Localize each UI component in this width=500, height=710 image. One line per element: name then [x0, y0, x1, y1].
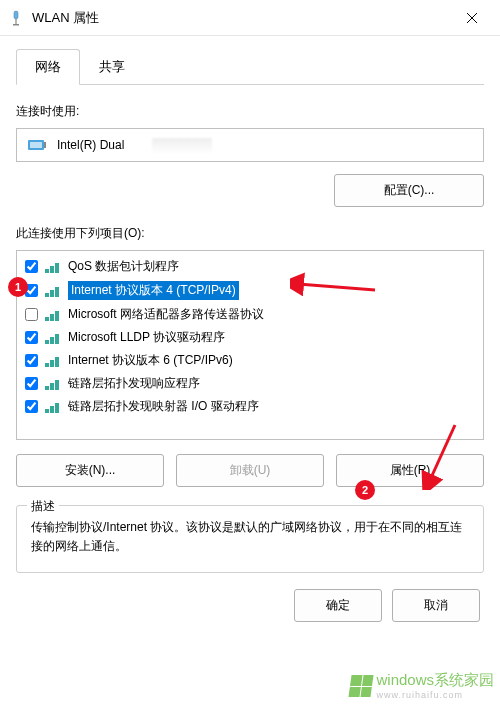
- watermark: windows系统家园 www.ruihaifu.com: [350, 671, 494, 700]
- adapter-name: Intel(R) Dual: [57, 138, 124, 152]
- svg-rect-13: [55, 287, 59, 297]
- dialog-content: 网络 共享 连接时使用: Intel(R) Dual 配置(C)... 此连接使…: [0, 36, 500, 634]
- install-button[interactable]: 安装(N)...: [16, 454, 164, 487]
- item-label: Internet 协议版本 4 (TCP/IPv4): [68, 281, 239, 300]
- uninstall-button: 卸载(U): [176, 454, 324, 487]
- svg-rect-7: [44, 142, 46, 148]
- list-item[interactable]: QoS 数据包计划程序: [17, 255, 483, 278]
- tab-network[interactable]: 网络: [16, 49, 80, 85]
- close-button[interactable]: [452, 3, 492, 33]
- item-checkbox[interactable]: [25, 331, 38, 344]
- protocol-icon: [45, 377, 61, 390]
- item-checkbox[interactable]: [25, 354, 38, 367]
- item-label: 链路层拓扑发现映射器 I/O 驱动程序: [68, 398, 259, 415]
- svg-rect-18: [50, 337, 54, 344]
- protocol-icon: [45, 331, 61, 344]
- item-checkbox[interactable]: [25, 377, 38, 390]
- svg-rect-10: [55, 263, 59, 273]
- svg-rect-11: [45, 293, 49, 297]
- svg-rect-24: [50, 383, 54, 390]
- wlan-icon: [8, 10, 24, 26]
- svg-rect-8: [45, 269, 49, 273]
- svg-rect-9: [50, 266, 54, 273]
- list-item[interactable]: 链路层拓扑发现响应程序: [17, 372, 483, 395]
- annotation-badge-2: 2: [355, 480, 375, 500]
- tab-sharing[interactable]: 共享: [80, 49, 144, 85]
- protocol-icon: [45, 260, 61, 273]
- svg-rect-17: [45, 340, 49, 344]
- watermark-sub: www.ruihaifu.com: [376, 690, 494, 700]
- list-item[interactable]: 链路层拓扑发现映射器 I/O 驱动程序: [17, 395, 483, 418]
- protocol-icon: [45, 354, 61, 367]
- item-label: Microsoft 网络适配器多路传送器协议: [68, 306, 264, 323]
- item-label: QoS 数据包计划程序: [68, 258, 179, 275]
- windows-logo-icon: [349, 675, 374, 697]
- svg-rect-23: [45, 386, 49, 390]
- item-checkbox[interactable]: [25, 308, 38, 321]
- description-box: 描述 传输控制协议/Internet 协议。该协议是默认的广域网络协议，用于在不…: [16, 505, 484, 573]
- description-legend: 描述: [27, 498, 59, 515]
- item-checkbox[interactable]: [25, 260, 38, 273]
- tab-bar: 网络 共享: [16, 48, 484, 85]
- svg-rect-26: [45, 409, 49, 413]
- protocol-icon: [45, 308, 61, 321]
- window-title: WLAN 属性: [32, 9, 452, 27]
- annotation-badge-1: 1: [8, 277, 28, 297]
- list-item[interactable]: Microsoft 网络适配器多路传送器协议: [17, 303, 483, 326]
- items-list[interactable]: QoS 数据包计划程序 Internet 协议版本 4 (TCP/IPv4) M…: [16, 250, 484, 440]
- list-item[interactable]: Microsoft LLDP 协议驱动程序: [17, 326, 483, 349]
- list-item-selected[interactable]: Internet 协议版本 4 (TCP/IPv4): [17, 278, 483, 303]
- description-text: 传输控制协议/Internet 协议。该协议是默认的广域网络协议，用于在不同的相…: [31, 518, 469, 556]
- svg-rect-14: [45, 317, 49, 321]
- svg-rect-16: [55, 311, 59, 321]
- items-label: 此连接使用下列项目(O):: [16, 225, 484, 242]
- protocol-icon: [45, 284, 61, 297]
- item-checkbox[interactable]: [25, 400, 38, 413]
- cancel-button[interactable]: 取消: [392, 589, 480, 622]
- titlebar: WLAN 属性: [0, 0, 500, 36]
- svg-rect-19: [55, 334, 59, 344]
- svg-rect-0: [14, 11, 18, 19]
- adapter-icon: [27, 137, 47, 153]
- svg-rect-15: [50, 314, 54, 321]
- svg-rect-22: [55, 357, 59, 367]
- svg-rect-20: [45, 363, 49, 367]
- item-label: 链路层拓扑发现响应程序: [68, 375, 200, 392]
- svg-rect-25: [55, 380, 59, 390]
- connect-using-label: 连接时使用:: [16, 103, 484, 120]
- list-item[interactable]: Internet 协议版本 6 (TCP/IPv6): [17, 349, 483, 372]
- watermark-text: windows系统家园: [376, 671, 494, 690]
- action-buttons: 安装(N)... 卸载(U) 属性(R): [16, 454, 484, 487]
- item-label: Internet 协议版本 6 (TCP/IPv6): [68, 352, 233, 369]
- close-icon: [467, 13, 477, 23]
- svg-rect-28: [55, 403, 59, 413]
- item-label: Microsoft LLDP 协议驱动程序: [68, 329, 225, 346]
- svg-rect-2: [13, 24, 19, 26]
- protocol-icon: [45, 400, 61, 413]
- svg-rect-27: [50, 406, 54, 413]
- svg-rect-6: [30, 142, 42, 148]
- svg-rect-21: [50, 360, 54, 367]
- ok-button[interactable]: 确定: [294, 589, 382, 622]
- svg-rect-12: [50, 290, 54, 297]
- adapter-box: Intel(R) Dual: [16, 128, 484, 162]
- configure-button[interactable]: 配置(C)...: [334, 174, 484, 207]
- dialog-buttons: 确定 取消: [16, 589, 484, 622]
